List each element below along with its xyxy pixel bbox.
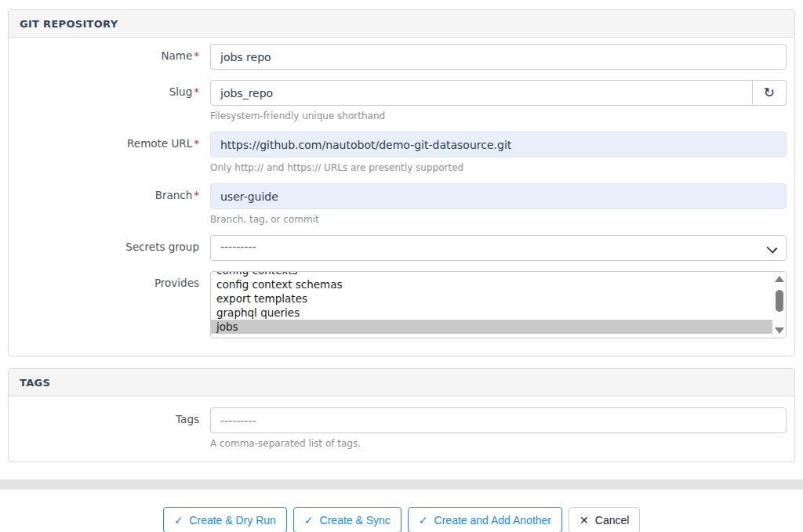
- create-sync-button[interactable]: ✓ Create & Sync: [293, 507, 402, 532]
- tags-panel-body: Tags A comma-separated list of tags.: [9, 396, 794, 461]
- branch-help-text: Branch, tag, or commit: [210, 214, 787, 225]
- remote-url-field[interactable]: [210, 132, 787, 157]
- provides-option-jobs[interactable]: jobs: [211, 320, 772, 334]
- required-asterisk: *: [194, 85, 199, 98]
- branch-row: Branch* Branch, tag, or commit: [9, 183, 787, 225]
- create-add-another-button[interactable]: ✓ Create and Add Another: [408, 507, 562, 532]
- provides-scrollbar[interactable]: [772, 272, 786, 338]
- close-icon: ✕: [580, 515, 589, 526]
- create-add-another-label: Create and Add Another: [434, 514, 551, 527]
- cancel-button[interactable]: ✕ Cancel: [569, 507, 640, 532]
- provides-option-graphql-queries[interactable]: graphql queries: [211, 306, 772, 320]
- tags-panel: TAGS Tags A comma-separated list of tags…: [8, 368, 795, 462]
- regenerate-slug-button[interactable]: ↻: [753, 80, 787, 106]
- provides-label: Provides: [9, 271, 210, 289]
- git-repository-panel-body: Name* Slug* ↻ File: [9, 38, 794, 356]
- remote-url-label: Remote URL*: [9, 132, 210, 150]
- provides-options: config contexts config context schemas e…: [211, 272, 772, 338]
- remote-url-row: Remote URL* Only http:// and https:// UR…: [9, 132, 787, 173]
- secrets-group-select[interactable]: ---------: [210, 235, 787, 261]
- provides-option-export-templates[interactable]: export templates: [211, 291, 772, 306]
- provides-option-config-contexts[interactable]: config contexts: [211, 272, 772, 277]
- git-repository-panel: GIT REPOSITORY Name* Slug*: [8, 9, 795, 356]
- scroll-up-icon[interactable]: [775, 276, 784, 282]
- provides-row: Provides config contexts config context …: [9, 271, 787, 338]
- slug-label: Slug*: [9, 80, 210, 98]
- provides-option-config-context-schemas[interactable]: config context schemas: [211, 277, 772, 291]
- tags-panel-header: TAGS: [9, 369, 794, 396]
- git-repository-panel-title: GIT REPOSITORY: [20, 18, 118, 30]
- required-asterisk: *: [194, 137, 199, 150]
- cancel-label: Cancel: [595, 514, 630, 527]
- check-icon: ✓: [304, 515, 314, 526]
- tags-help-text: A comma-separated list of tags.: [210, 438, 787, 449]
- secrets-group-selected-value: ---------: [220, 241, 256, 253]
- secrets-group-label: Secrets group: [9, 235, 210, 253]
- tags-field[interactable]: [210, 407, 787, 433]
- form-actions: ✓ Create & Dry Run ✓ Create & Sync ✓ Cre…: [0, 507, 803, 532]
- scroll-down-icon[interactable]: [775, 328, 784, 334]
- check-icon: ✓: [419, 515, 428, 526]
- git-repository-form-page: GIT REPOSITORY Name* Slug*: [0, 9, 803, 532]
- branch-field[interactable]: [210, 183, 787, 209]
- slug-help-text: Filesystem-friendly unique shorthand: [210, 110, 787, 121]
- slug-row: Slug* ↻ Filesystem-friendly unique short…: [9, 80, 787, 121]
- bottom-divider-band: [0, 480, 803, 490]
- create-sync-label: Create & Sync: [320, 514, 391, 527]
- branch-label: Branch*: [9, 183, 210, 201]
- tags-label: Tags: [9, 407, 210, 425]
- slug-field[interactable]: [210, 80, 753, 106]
- required-asterisk: *: [194, 189, 199, 201]
- scrollbar-thumb[interactable]: [776, 290, 783, 312]
- tags-row: Tags A comma-separated list of tags.: [9, 407, 787, 449]
- create-dry-run-label: Create & Dry Run: [189, 514, 275, 527]
- git-repository-panel-header: GIT REPOSITORY: [9, 10, 794, 38]
- tags-panel-title: TAGS: [20, 377, 50, 389]
- remote-url-help-text: Only http:// and https:// URLs are prese…: [210, 162, 787, 173]
- secrets-group-row: Secrets group ---------: [9, 235, 787, 261]
- required-asterisk: *: [194, 49, 199, 62]
- check-icon: ✓: [174, 515, 183, 526]
- name-label: Name*: [9, 44, 210, 62]
- name-field[interactable]: [210, 44, 787, 70]
- create-dry-run-button[interactable]: ✓ Create & Dry Run: [163, 507, 287, 532]
- chevron-down-icon: [768, 244, 775, 251]
- refresh-icon: ↻: [764, 86, 775, 100]
- provides-multiselect[interactable]: config contexts config context schemas e…: [210, 271, 787, 338]
- name-row: Name*: [9, 44, 787, 70]
